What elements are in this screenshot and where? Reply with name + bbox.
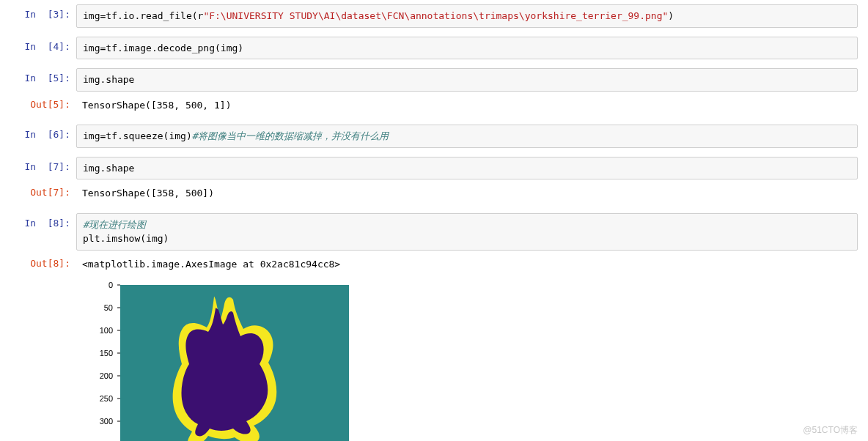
prompt-out-5: Out[5]: xyxy=(10,94,76,116)
cell-6: In [6]: img=tf.squeeze(img)#将图像当中一维的数据缩减… xyxy=(10,125,858,148)
output-8: <matplotlib.image.AxesImage at 0x2ac81c9… xyxy=(76,253,858,275)
string-literal: "F:\UNIVERSITY STUDY\AI\dataset\FCN\anno… xyxy=(203,10,668,21)
cell-7: In [7]: img.shape Out[7]: TensorShape([3… xyxy=(10,157,858,204)
code-input-5[interactable]: img.shape xyxy=(76,68,858,92)
code-token: ) xyxy=(668,10,674,21)
output-7: TensorShape([358, 500]) xyxy=(76,182,858,204)
code-token: img=tf.squeeze(img) xyxy=(83,130,192,141)
ytick-label: 50 xyxy=(104,303,113,312)
prompt-in-6: In [6]: xyxy=(10,125,76,148)
code-input-7[interactable]: img.shape xyxy=(76,157,858,180)
prompt-out-8: Out[8]: xyxy=(10,253,76,275)
trimap-plot: 0 50 100 150 200 250 300 350 xyxy=(82,279,361,441)
code-token: img=tf.io.read_file( xyxy=(83,10,198,21)
ytick-label: 200 xyxy=(100,371,113,380)
cell-4: In [4]: img=tf.image.decode_png(img) xyxy=(10,37,858,60)
prompt-in-8: In [8]: xyxy=(10,213,76,251)
code-input-4[interactable]: img=tf.image.decode_png(img) xyxy=(76,37,858,60)
prompt-in-5: In [5]: xyxy=(10,68,76,92)
watermark: @51CTO博客 xyxy=(803,424,858,437)
cell-3: In [3]: img=tf.io.read_file(r"F:\UNIVERS… xyxy=(10,4,858,28)
cell-5: In [5]: img.shape Out[5]: TensorShape([3… xyxy=(10,68,858,116)
ytick-label: 100 xyxy=(100,326,113,335)
prompt-in-3: In [3]: xyxy=(10,4,76,28)
plot-output: 0 50 100 150 200 250 300 350 xyxy=(82,279,858,441)
trimap-image xyxy=(120,285,349,441)
code-token: plt.imshow(img) xyxy=(83,233,169,244)
prompt-in-7: In [7]: xyxy=(10,157,76,180)
code-input-6[interactable]: img=tf.squeeze(img)#将图像当中一维的数据缩减掉，并没有什么用 xyxy=(76,125,858,148)
code-comment: #现在进行绘图 xyxy=(83,219,146,230)
prompt-out-7: Out[7]: xyxy=(10,182,76,204)
code-input-8[interactable]: #现在进行绘图 plt.imshow(img) xyxy=(76,213,858,251)
code-comment: #将图像当中一维的数据缩减掉，并没有什么用 xyxy=(192,130,389,141)
ytick-label: 150 xyxy=(100,349,113,357)
code-input-3[interactable]: img=tf.io.read_file(r"F:\UNIVERSITY STUD… xyxy=(76,4,858,28)
ytick-label: 300 xyxy=(100,417,113,426)
cell-8: In [8]: #现在进行绘图 plt.imshow(img) Out[8]: … xyxy=(10,213,858,442)
ytick-label: 0 xyxy=(108,281,113,289)
output-5: TensorShape([358, 500, 1]) xyxy=(76,94,858,116)
prompt-in-4: In [4]: xyxy=(10,37,76,60)
ytick-label: 250 xyxy=(100,394,113,403)
